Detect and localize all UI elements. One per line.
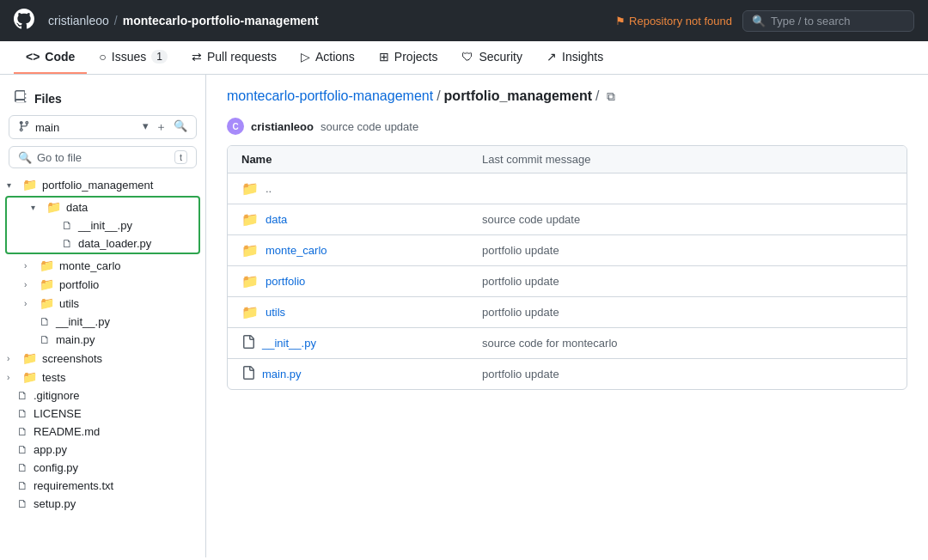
projects-icon: ⊞: [379, 50, 389, 64]
file-icon: 🗋: [17, 497, 28, 510]
tab-projects[interactable]: ⊞ Projects: [367, 41, 450, 74]
table-row[interactable]: 📁 monte_carlo portfolio update: [228, 235, 907, 266]
tree-item-label: setup.py: [34, 497, 76, 510]
avatar-initials: C: [232, 122, 238, 131]
tab-security[interactable]: 🛡 Security: [449, 41, 534, 74]
search-box[interactable]: 🔍 Type / to search: [742, 10, 914, 32]
file-row-commit: source code for montecarlo: [482, 337, 893, 350]
file-row-name: 📁 monte_carlo: [241, 242, 482, 259]
tree-item-init-root[interactable]: 🗋 __init__.py: [0, 313, 205, 331]
code-icon: <>: [26, 50, 40, 64]
breadcrumb-current-folder[interactable]: portfolio_management: [444, 88, 592, 104]
folder-icon: 📁: [241, 304, 259, 320]
files-label: Files: [34, 92, 62, 106]
table-row[interactable]: 📁 ..: [228, 173, 907, 204]
table-row[interactable]: main.py portfolio update: [228, 359, 907, 389]
folder-icon: 📁: [241, 242, 259, 259]
tree-item-readme[interactable]: 🗋 README.md: [0, 423, 205, 441]
tree-item-app[interactable]: 🗋 app.py: [0, 441, 205, 459]
branch-icon: [18, 120, 30, 135]
breadcrumb-trailing-sep: /: [595, 88, 599, 104]
sidebar: Files main ▾ ＋ 🔍 🔍 Go to file t: [0, 75, 206, 557]
highlighted-data-group: ▾ 📁 data 🗋 __init__.py 🗋 data_loader.py: [5, 196, 200, 254]
top-navigation: cristianleoo / montecarlo-portfolio-mana…: [0, 0, 928, 41]
table-row[interactable]: 📁 portfolio portfolio update: [228, 266, 907, 297]
tree-item-main-root[interactable]: 🗋 main.py: [0, 331, 205, 349]
file-tree: ▾ 📁 portfolio_management ▾ 📁 data 🗋 __in…: [0, 175, 205, 513]
folder-icon: 📁: [22, 370, 37, 384]
tree-item-utils[interactable]: › 📁 utils: [0, 294, 205, 313]
dotdot-link[interactable]: ..: [266, 182, 272, 195]
tree-item-tests[interactable]: › 📁 tests: [0, 368, 205, 387]
issues-badge: 1: [151, 50, 168, 64]
tab-actions[interactable]: ▷ Actions: [289, 41, 367, 74]
folder-icon: 📁: [241, 211, 259, 228]
tree-item-label: data_loader.py: [78, 237, 151, 250]
files-icon: [14, 90, 27, 107]
actions-icon: ▷: [301, 50, 310, 64]
folder-icon: 📁: [241, 273, 259, 289]
file-icon: 🗋: [62, 237, 73, 250]
tree-item-gitignore[interactable]: 🗋 .gitignore: [0, 387, 205, 405]
tab-projects-label: Projects: [394, 50, 438, 64]
file-link[interactable]: main.py: [262, 368, 302, 380]
file-row-commit: portfolio update: [482, 368, 893, 380]
top-nav-right: ⚑ Repository not found 🔍 Type / to searc…: [615, 10, 914, 32]
go-to-file-input[interactable]: 🔍 Go to file t: [9, 146, 197, 168]
folder-icon: 📁: [241, 180, 259, 197]
file-link[interactable]: monte_carlo: [266, 244, 327, 257]
tree-item-data[interactable]: ▾ 📁 data: [7, 198, 198, 216]
tree-item-config[interactable]: 🗋 config.py: [0, 459, 205, 477]
tree-item-portfolio[interactable]: › 📁 portfolio: [0, 275, 205, 294]
tree-item-data-loader[interactable]: 🗋 data_loader.py: [7, 234, 198, 253]
tree-item-monte-carlo[interactable]: › 📁 monte_carlo: [0, 256, 205, 275]
file-table-header: Name Last commit message: [228, 146, 907, 173]
repo-not-found-text: ⚑ Repository not found: [615, 15, 732, 27]
repo-tabs: <> Code ○ Issues 1 ⇄ Pull requests ▷ Act…: [0, 41, 928, 75]
table-row[interactable]: 📁 utils portfolio update: [228, 297, 907, 328]
tree-item-portfolio-management[interactable]: ▾ 📁 portfolio_management: [0, 175, 205, 194]
search-icon: 🔍: [752, 15, 766, 27]
add-branch-icon[interactable]: ＋: [156, 119, 167, 135]
tab-insights[interactable]: ↗ Insights: [534, 41, 615, 74]
file-row-name: 📁 portfolio: [241, 273, 482, 289]
tree-item-screenshots[interactable]: › 📁 screenshots: [0, 349, 205, 368]
copy-path-icon[interactable]: ⧉: [607, 89, 615, 104]
file-link[interactable]: __init__.py: [262, 337, 316, 350]
file-link[interactable]: utils: [266, 306, 285, 319]
tab-actions-label: Actions: [315, 50, 355, 64]
file-row-commit: source code update: [482, 213, 893, 226]
tab-issues[interactable]: ○ Issues 1: [87, 41, 180, 74]
file-icon: 🗋: [17, 389, 28, 402]
table-row[interactable]: __init__.py source code for montecarlo: [228, 328, 907, 359]
insights-icon: ↗: [546, 50, 557, 64]
tree-item-label: __init__.py: [78, 219, 132, 232]
commit-username[interactable]: cristianleoo: [251, 120, 314, 133]
breadcrumb-repo-link[interactable]: montecarlo-portfolio-management: [227, 88, 433, 104]
chevron-down-icon[interactable]: ▾: [143, 119, 149, 135]
chevron-right-icon: ›: [24, 280, 34, 289]
tab-pull-requests[interactable]: ⇄ Pull requests: [180, 41, 289, 74]
tree-item-label: .gitignore: [34, 389, 79, 402]
tab-code[interactable]: <> Code: [14, 41, 87, 74]
chevron-right-icon: ›: [7, 373, 17, 382]
sidebar-files-header: Files: [0, 85, 205, 115]
folder-icon: 📁: [22, 178, 37, 192]
folder-icon: 📁: [40, 259, 54, 272]
search-branch-icon[interactable]: 🔍: [174, 119, 187, 135]
avatar: C: [227, 118, 244, 135]
tree-item-init-data[interactable]: 🗋 __init__.py: [7, 216, 198, 234]
file-link[interactable]: portfolio: [266, 275, 305, 288]
tree-item-license[interactable]: 🗋 LICENSE: [0, 405, 205, 423]
nav-separator: /: [114, 14, 118, 27]
table-row[interactable]: 📁 data source code update: [228, 204, 907, 235]
branch-selector[interactable]: main ▾ ＋ 🔍: [9, 115, 197, 139]
nav-repo-name[interactable]: montecarlo-portfolio-management: [123, 14, 319, 27]
tab-security-label: Security: [479, 50, 522, 64]
tree-item-requirements[interactable]: 🗋 requirements.txt: [0, 477, 205, 495]
tree-item-setup[interactable]: 🗋 setup.py: [0, 495, 205, 513]
tree-item-label: __init__.py: [56, 315, 110, 328]
nav-username[interactable]: cristianleoo: [48, 14, 109, 27]
tree-item-label: README.md: [34, 425, 100, 438]
file-link[interactable]: data: [266, 213, 287, 226]
